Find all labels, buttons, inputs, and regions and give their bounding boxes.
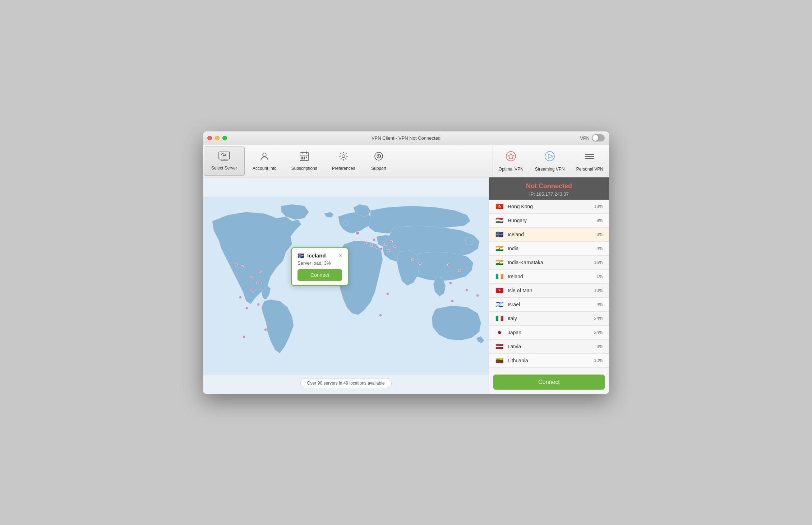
server-dot[interactable] [250, 276, 253, 279]
toolbar-account-info[interactable]: Account Info [245, 145, 284, 177]
personal-vpn-icon [584, 150, 595, 164]
server-load: 9% [591, 218, 603, 223]
server-flag: 🇮🇳 [495, 245, 504, 252]
server-list-item[interactable]: 🇭🇺 Hungary 9% [489, 214, 609, 228]
toolbar-personal-vpn[interactable]: Personal VPN [571, 145, 609, 177]
server-load: 4% [591, 246, 603, 251]
server-dot[interactable] [364, 241, 367, 244]
svg-rect-23 [585, 158, 594, 159]
toolbar-subscriptions[interactable]: Subscriptions [284, 145, 325, 177]
personal-vpn-label: Personal VPN [576, 167, 603, 172]
server-list-item[interactable]: 🇮🇹 Italy 24% [489, 312, 609, 326]
close-button[interactable] [207, 136, 212, 140]
server-dot[interactable] [235, 264, 237, 266]
server-dot[interactable] [458, 269, 461, 272]
server-name: Israel [508, 302, 587, 307]
account-info-label: Account Info [253, 166, 277, 171]
server-list-item[interactable]: 🇮🇲 Isle of Man 10% [489, 284, 609, 298]
svg-rect-12 [304, 158, 305, 159]
minimize-button[interactable] [215, 136, 220, 140]
server-dot[interactable] [386, 292, 389, 295]
toolbar: Select Server Account Info [203, 145, 609, 177]
connection-status: Not Connected [495, 182, 603, 190]
server-dot[interactable] [380, 247, 383, 250]
svg-rect-22 [585, 156, 594, 157]
server-flag: 🇱🇹 [495, 357, 504, 364]
server-list-item[interactable]: 🇱🇹 Lithuania 10% [489, 354, 609, 368]
server-dot[interactable] [379, 314, 382, 317]
server-list-header: Not Connected IP: 185.177.243.37 [489, 177, 609, 200]
iceland-flag: 🇮🇸 [297, 252, 304, 259]
map-area: 🇮🇸 Iceland × Server load: 3% Connect Ove… [203, 177, 489, 394]
vpn-toggle[interactable] [592, 134, 605, 141]
maximize-button[interactable] [222, 136, 227, 140]
server-flag: 🇭🇺 [495, 217, 504, 224]
server-dot[interactable] [447, 264, 450, 266]
server-dot[interactable] [449, 282, 452, 284]
server-dot[interactable] [245, 307, 248, 310]
server-name: Isle of Man [508, 288, 587, 293]
server-load: 10% [591, 288, 603, 293]
server-flag: 🇱🇻 [495, 343, 504, 350]
tooltip-country: 🇮🇸 Iceland [297, 252, 326, 259]
server-list-item[interactable]: 🇱🇻 Latvia 3% [489, 340, 609, 354]
server-list-item[interactable]: 🇮🇳 India 4% [489, 242, 609, 256]
server-list-item[interactable]: 🇭🇰 Hong Kong 13% [489, 200, 609, 214]
server-dot[interactable] [419, 262, 421, 265]
server-list-item[interactable]: 🇯🇵 Japan 34% [489, 326, 609, 340]
main-connect-button[interactable]: Connect [493, 375, 605, 390]
toolbar-support[interactable]: 24 Support [363, 145, 395, 177]
iceland-tooltip: 🇮🇸 Iceland × Server load: 3% Connect [291, 247, 349, 286]
server-load: 3% [591, 344, 603, 349]
server-load: 4% [591, 302, 603, 307]
svg-text:24: 24 [377, 154, 382, 159]
toolbar-streaming-vpn[interactable]: Streaming VPN [529, 145, 571, 177]
server-dot[interactable] [465, 289, 468, 292]
server-list-item[interactable]: 🇮🇪 Ireland 1% [489, 270, 609, 284]
server-name: Hong Kong [508, 204, 587, 209]
server-list-item[interactable]: 🇮🇸 Iceland 3% [489, 228, 609, 242]
server-dot[interactable] [375, 246, 378, 248]
server-load: 10% [591, 358, 603, 363]
tooltip-close-button[interactable]: × [339, 253, 342, 259]
server-dot[interactable] [411, 258, 414, 261]
server-flag: 🇯🇵 [495, 329, 504, 336]
server-list-item[interactable]: 🇮🇱 Israel 4% [489, 298, 609, 312]
server-dot[interactable] [241, 265, 244, 268]
toolbar-preferences[interactable]: Preferences [325, 145, 363, 177]
server-flag: 🇮🇲 [495, 287, 504, 294]
server-dot[interactable] [257, 303, 260, 306]
server-dot[interactable] [390, 240, 393, 243]
server-dot[interactable] [252, 289, 254, 292]
iceland-dot[interactable] [356, 231, 359, 235]
server-flag: 🇮🇳 [495, 259, 504, 266]
server-dot[interactable] [239, 296, 242, 299]
toolbar-optimal-vpn[interactable]: Optimal VPN [493, 145, 529, 177]
server-list-item[interactable]: 🇮🇳 India-Karnataka 16% [489, 256, 609, 270]
toolbar-select-server[interactable]: Select Server [204, 147, 245, 176]
server-dot[interactable] [264, 328, 267, 331]
server-dot[interactable] [370, 244, 373, 247]
server-dot[interactable] [451, 299, 454, 302]
server-dot[interactable] [384, 243, 387, 246]
tooltip-header: 🇮🇸 Iceland × [297, 252, 342, 259]
subscriptions-icon [299, 151, 309, 164]
tooltip-connect-button[interactable]: Connect [297, 269, 342, 281]
server-dot[interactable] [256, 282, 259, 284]
svg-point-3 [263, 153, 266, 157]
svg-marker-18 [508, 153, 514, 159]
tooltip-load: Server load: 3% [297, 260, 342, 266]
main-content: 🇮🇸 Iceland × Server load: 3% Connect Ove… [203, 177, 609, 394]
server-dot[interactable] [393, 245, 396, 248]
svg-rect-8 [301, 157, 303, 158]
server-dot[interactable] [373, 238, 375, 241]
select-server-label: Select Server [211, 166, 237, 171]
server-dot[interactable] [243, 335, 245, 338]
server-name: Italy [508, 316, 587, 321]
streaming-vpn-icon [544, 150, 555, 164]
server-load: 1% [591, 274, 603, 279]
server-dot[interactable] [476, 294, 479, 297]
svg-rect-9 [304, 157, 305, 158]
server-dot[interactable] [387, 249, 390, 252]
server-dot[interactable] [259, 270, 262, 273]
